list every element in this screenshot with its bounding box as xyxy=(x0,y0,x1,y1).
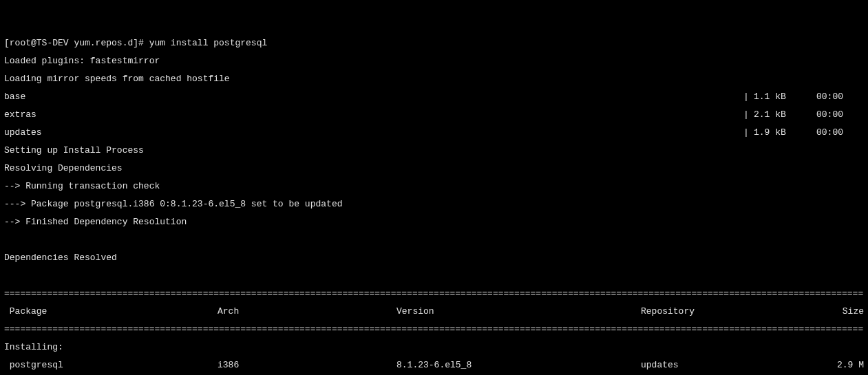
divider: ========================================… xyxy=(4,325,864,334)
terminal-line: --> Finished Dependency Resolution xyxy=(4,217,864,226)
terminal-line: Setting up Install Process xyxy=(4,146,864,155)
terminal-line: Dependencies Resolved xyxy=(4,253,864,262)
table-header: PackageArchVersionRepositorySize xyxy=(4,307,864,316)
shell-prompt: [root@TS-DEV yum.repos.d]# xyxy=(4,38,149,48)
command-input[interactable]: yum install postgresql xyxy=(149,38,268,48)
terminal-line: ---> Package postgresql.i386 0:8.1.23-6.… xyxy=(4,200,864,208)
terminal-line: [root@TS-DEV yum.repos.d]# yum install p… xyxy=(4,39,864,47)
terminal-line xyxy=(4,271,864,280)
terminal-line: Installing: xyxy=(4,343,864,352)
terminal-line: Loading mirror speeds from cached hostfi… xyxy=(4,74,864,83)
repo-row: base|1.1 kB00:00 xyxy=(4,92,864,101)
terminal-line xyxy=(4,235,864,244)
terminal-line: Loaded plugins: fastestmirror xyxy=(4,56,864,65)
repo-row: extras|2.1 kB00:00 xyxy=(4,110,864,119)
repo-row: updates|1.9 kB00:00 xyxy=(4,128,864,137)
terminal-line: Resolving Dependencies xyxy=(4,164,864,173)
table-row: postgresqli3868.1.23-6.el5_8updates2.9 M xyxy=(4,361,864,369)
terminal-line: --> Running transaction check xyxy=(4,182,864,191)
divider: ========================================… xyxy=(4,289,864,298)
